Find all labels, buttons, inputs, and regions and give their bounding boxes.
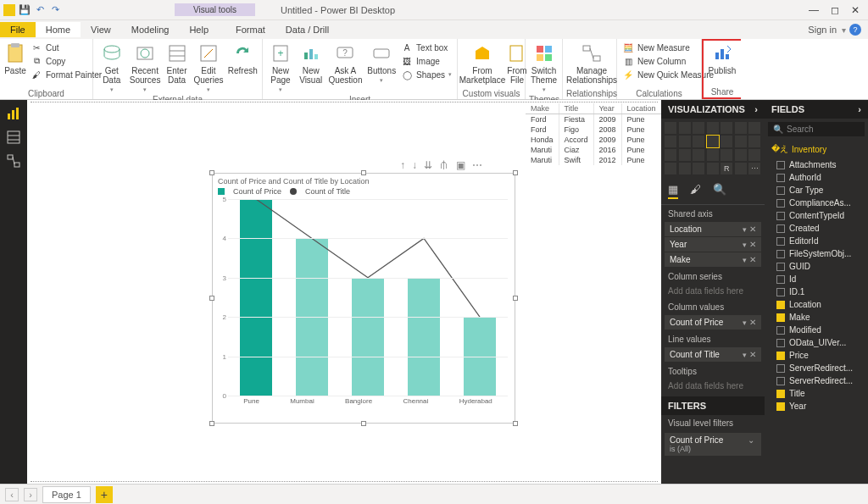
manage-relationships-button[interactable]: Manage Relationships [566, 41, 617, 86]
collapse-fields-icon[interactable]: › [858, 104, 861, 114]
viz-type-icon[interactable] [735, 149, 747, 161]
drill-mode-icon[interactable]: ⫛ [439, 159, 449, 171]
tab-data-drill[interactable]: Data / Drill [275, 22, 339, 37]
data-view-icon[interactable] [5, 129, 22, 146]
cut-button[interactable]: ✂Cut [29, 41, 103, 54]
page-prev-button[interactable]: ‹ [5, 488, 19, 501]
viz-type-icon[interactable] [679, 122, 691, 134]
new-visual-button[interactable]: New Visual [297, 41, 326, 86]
column-series-placeholder[interactable]: Add data fields here [661, 284, 765, 298]
field-row[interactable]: GUID [765, 260, 868, 273]
viz-type-icon[interactable] [679, 136, 691, 147]
field-row[interactable]: OData_UIVer... [765, 336, 868, 349]
field-row[interactable]: Make [765, 311, 868, 324]
bar[interactable] [239, 199, 273, 396]
undo-icon[interactable]: ↶ [34, 4, 46, 16]
tab-modeling[interactable]: Modeling [121, 22, 180, 37]
from-marketplace-button[interactable]: From Marketplace [461, 41, 504, 86]
field-chip[interactable]: Make▾ ✕ [665, 252, 761, 267]
minimize-icon[interactable]: — [809, 4, 819, 16]
field-chip[interactable]: Year▾ ✕ [665, 237, 761, 252]
viz-type-icon[interactable] [735, 163, 747, 174]
field-row[interactable]: ServerRedirect... [765, 362, 868, 374]
field-row[interactable]: Title [765, 387, 868, 400]
page-next-button[interactable]: › [24, 488, 37, 501]
field-row[interactable]: Attachments [765, 158, 868, 171]
expand-all-icon[interactable]: ⇊ [424, 159, 432, 171]
viz-type-icon[interactable] [707, 149, 719, 161]
viz-type-icon[interactable] [707, 163, 719, 174]
viz-type-icon[interactable] [721, 149, 732, 161]
chart-visual[interactable]: Count of Price and Count of Title by Loc… [212, 173, 515, 424]
viz-type-icon[interactable] [735, 122, 747, 134]
tab-view[interactable]: View [81, 22, 121, 37]
bar[interactable] [351, 278, 385, 396]
copy-button[interactable]: ⧉Copy [29, 54, 103, 68]
model-view-icon[interactable] [5, 152, 22, 169]
collapse-viz-icon[interactable]: › [754, 104, 758, 114]
viz-type-icon[interactable] [693, 136, 704, 147]
viz-type-icon[interactable]: ⋯ [748, 163, 760, 174]
viz-type-icon[interactable] [665, 136, 676, 147]
field-row[interactable]: FileSystemObj... [765, 247, 868, 260]
report-canvas[interactable]: ↑ ↓ ⇊ ⫛ ▣ ⋯ MakeTitleYearLocation FordFi… [27, 100, 661, 484]
redo-icon[interactable]: ↷ [49, 4, 61, 16]
viz-type-icon[interactable] [707, 122, 719, 134]
viz-type-icon[interactable] [693, 122, 704, 134]
report-view-icon[interactable] [5, 105, 22, 122]
fields-search-input[interactable]: 🔍Search [768, 122, 865, 136]
tab-help[interactable]: Help [179, 22, 219, 37]
bar[interactable] [407, 278, 441, 396]
field-chip[interactable]: Count of Price▾ ✕ [665, 315, 761, 330]
recent-sources-button[interactable]: Recent Sources▾ [128, 41, 161, 95]
tooltips-placeholder[interactable]: Add data fields here [661, 379, 765, 393]
new-page-button[interactable]: +New Page▾ [266, 41, 295, 95]
viz-type-icon[interactable] [679, 163, 691, 174]
viz-type-icon[interactable] [693, 163, 704, 174]
tab-file[interactable]: File [0, 22, 36, 37]
field-row[interactable]: Created [765, 222, 868, 235]
refresh-button[interactable]: Refresh [227, 41, 259, 77]
focus-mode-icon[interactable]: ▣ [456, 159, 465, 171]
tab-format[interactable]: Format [225, 22, 275, 37]
field-row[interactable]: Car Type [765, 184, 868, 197]
field-row[interactable]: ComplianceAs... [765, 197, 868, 209]
viz-type-icon[interactable] [679, 149, 691, 161]
field-row[interactable]: Year [765, 400, 868, 413]
fields-tab-icon[interactable]: ▦ [668, 183, 678, 199]
field-row[interactable]: Id [765, 273, 868, 285]
save-icon[interactable]: 💾 [19, 4, 31, 16]
field-chip[interactable]: Location▾ ✕ [665, 222, 761, 236]
viz-type-icon[interactable] [665, 149, 676, 161]
get-data-button[interactable]: Get Data▾ [97, 41, 126, 95]
edit-queries-button[interactable]: Edit Queries▾ [192, 41, 225, 95]
maximize-icon[interactable]: ◻ [831, 4, 839, 16]
drill-up-icon[interactable]: ↑ [400, 159, 405, 171]
field-row[interactable]: EditorId [765, 235, 868, 247]
field-row[interactable]: Price [765, 349, 868, 362]
close-icon[interactable]: ✕ [851, 4, 860, 16]
viz-type-icon[interactable] [748, 149, 760, 161]
page-tab-1[interactable]: Page 1 [42, 486, 91, 503]
field-row[interactable]: ServerRedirect... [765, 374, 868, 387]
viz-type-icon[interactable]: R [721, 163, 732, 174]
enter-data-button[interactable]: Enter Data [164, 41, 190, 86]
tab-home[interactable]: Home [36, 22, 81, 37]
filter-item[interactable]: Count of Price is (All) ⌄ [665, 433, 761, 456]
ask-question-button[interactable]: ?Ask A Question [327, 41, 364, 86]
sign-in-link[interactable]: Sign in [803, 25, 842, 35]
field-row[interactable]: Location [765, 298, 868, 311]
viz-type-icon[interactable] [748, 136, 760, 147]
field-row[interactable]: ID.1 [765, 285, 868, 298]
analytics-tab-icon[interactable]: 🔍 [713, 183, 726, 199]
viz-type-icon[interactable] [707, 136, 719, 147]
field-chip[interactable]: Count of Title▾ ✕ [665, 347, 761, 362]
help-icon[interactable]: ? [849, 24, 861, 36]
field-row[interactable]: Modified [765, 324, 868, 336]
publish-button[interactable]: Publish [705, 41, 739, 77]
switch-theme-button[interactable]: Switch Theme▾ [529, 41, 559, 95]
format-tab-icon[interactable]: 🖌 [690, 183, 701, 199]
viz-type-icon[interactable] [721, 122, 732, 134]
viz-type-icon[interactable] [748, 122, 760, 134]
image-button[interactable]: 🖼Image [399, 54, 453, 68]
